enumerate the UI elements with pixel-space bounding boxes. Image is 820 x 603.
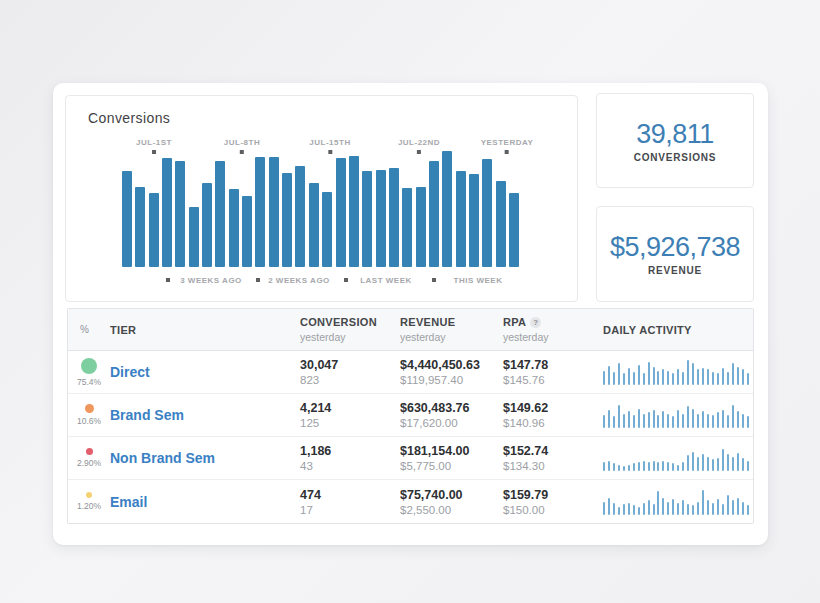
rpa-yesterday: $134.30 bbox=[503, 460, 603, 472]
rpa-help-icon[interactable]: ? bbox=[530, 317, 541, 328]
revenue-stat-card: $5,926,738 REVENUE bbox=[596, 206, 754, 302]
tier-share-dot bbox=[86, 448, 93, 455]
conversion-yesterday: 17 bbox=[300, 504, 400, 516]
revenue-yesterday: $17,620.00 bbox=[400, 417, 503, 429]
tier-share-percent: 75.4% bbox=[77, 377, 101, 387]
daily-activity-sparkline bbox=[603, 489, 749, 515]
table-row-non-brand-sem[interactable]: 2.90% Non Brand Sem 1,18643 $181,154.00$… bbox=[68, 437, 753, 480]
conversion-value: 1,186 bbox=[300, 444, 400, 458]
header-conversion: CONVERSIONyesterday bbox=[300, 316, 400, 343]
header-percent: % bbox=[68, 324, 110, 335]
conversions-bar-chart bbox=[122, 151, 519, 267]
tier-share-percent: 1.20% bbox=[77, 501, 101, 511]
chart-bottom-label: LAST WEEK bbox=[360, 276, 412, 285]
revenue-yesterday: $119,957.40 bbox=[400, 374, 503, 386]
tier-link[interactable]: Email bbox=[110, 494, 300, 510]
conversion-value: 30,047 bbox=[300, 358, 400, 372]
tier-share-dot bbox=[81, 358, 97, 374]
tier-share-dot bbox=[85, 404, 94, 413]
revenue-total: $5,926,738 bbox=[610, 232, 740, 263]
revenue-yesterday: $5,775.00 bbox=[400, 460, 503, 472]
tier-link[interactable]: Non Brand Sem bbox=[110, 450, 300, 466]
daily-activity-sparkline bbox=[603, 359, 749, 385]
rpa-yesterday: $150.00 bbox=[503, 504, 603, 516]
header-rpa: RPA? yesterday bbox=[503, 316, 603, 343]
table-row-direct[interactable]: 75.4% Direct 30,047823 $4,440,450.63$119… bbox=[68, 351, 753, 394]
week-marker-icon bbox=[256, 278, 260, 282]
chart-bottom-label: 2 WEEKS AGO bbox=[268, 276, 330, 285]
tier-link[interactable]: Brand Sem bbox=[110, 407, 300, 423]
rpa-value: $159.79 bbox=[503, 488, 603, 502]
rpa-yesterday: $140.96 bbox=[503, 417, 603, 429]
chart-title: Conversions bbox=[88, 110, 170, 126]
rpa-value: $152.74 bbox=[503, 444, 603, 458]
tier-share-percent: 10.6% bbox=[77, 416, 101, 426]
revenue-total-label: REVENUE bbox=[648, 265, 702, 276]
revenue-value: $181,154.00 bbox=[400, 444, 503, 458]
chart-bottom-label: 3 WEEKS AGO bbox=[180, 276, 242, 285]
daily-activity-sparkline bbox=[603, 402, 749, 428]
chart-bottom-axis: 3 WEEKS AGO 2 WEEKS AGO LAST WEEK THIS W… bbox=[66, 274, 577, 288]
revenue-value: $75,740.00 bbox=[400, 488, 503, 502]
header-revenue: REVENUEyesterday bbox=[400, 316, 503, 343]
conversions-stat-card: 39,811 CONVERSIONS bbox=[596, 93, 754, 188]
conversions-chart-card: Conversions JUL-1ST JUL-8TH JUL-15TH JUL… bbox=[65, 95, 578, 302]
conversion-yesterday: 43 bbox=[300, 460, 400, 472]
chart-bottom-label: THIS WEEK bbox=[454, 276, 503, 285]
revenue-value: $630,483.76 bbox=[400, 401, 503, 415]
conversion-yesterday: 823 bbox=[300, 374, 400, 386]
week-marker-icon bbox=[166, 278, 170, 282]
tier-table-header: % TIER CONVERSIONyesterday REVENUEyester… bbox=[68, 309, 753, 351]
daily-activity-sparkline bbox=[603, 445, 749, 471]
revenue-yesterday: $2,550.00 bbox=[400, 504, 503, 516]
rpa-value: $149.62 bbox=[503, 401, 603, 415]
tier-table: % TIER CONVERSIONyesterday REVENUEyester… bbox=[67, 308, 754, 524]
week-marker-icon bbox=[344, 278, 348, 282]
conversion-value: 4,214 bbox=[300, 401, 400, 415]
week-marker-icon bbox=[432, 278, 436, 282]
header-daily-activity: DAILY ACTIVITY bbox=[603, 324, 753, 336]
header-tier: TIER bbox=[110, 324, 300, 336]
revenue-value: $4,440,450.63 bbox=[400, 358, 503, 372]
table-row-email[interactable]: 1.20% Email 47417 $75,740.00$2,550.00 $1… bbox=[68, 480, 753, 523]
tier-link[interactable]: Direct bbox=[110, 364, 300, 380]
rpa-value: $147.78 bbox=[503, 358, 603, 372]
conversion-value: 474 bbox=[300, 488, 400, 502]
conversions-total: 39,811 bbox=[636, 119, 714, 150]
dashboard-card: Conversions JUL-1ST JUL-8TH JUL-15TH JUL… bbox=[53, 83, 768, 545]
conversions-total-label: CONVERSIONS bbox=[634, 152, 717, 163]
table-row-brand-sem[interactable]: 10.6% Brand Sem 4,214125 $630,483.76$17,… bbox=[68, 394, 753, 437]
conversion-yesterday: 125 bbox=[300, 417, 400, 429]
rpa-yesterday: $145.76 bbox=[503, 374, 603, 386]
tier-share-dot bbox=[86, 492, 92, 498]
tier-share-percent: 2.90% bbox=[77, 458, 101, 468]
